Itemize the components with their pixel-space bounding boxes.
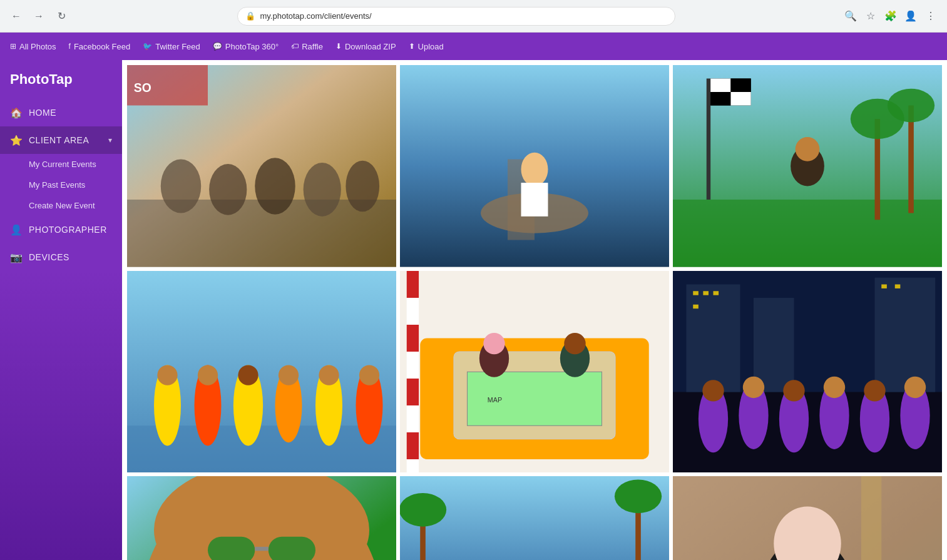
upload-icon: ⬆ <box>409 42 415 51</box>
svg-point-72 <box>783 380 804 401</box>
photo-item-3[interactable] <box>673 65 942 267</box>
nav-download-zip[interactable]: ⬇ Download ZIP <box>335 42 396 51</box>
app-container: ⊞ All Photos f Facebook Feed 🐦 Twitter F… <box>0 33 947 560</box>
download-icon: ⬇ <box>335 42 342 51</box>
photo-item-5[interactable]: MAP <box>400 271 669 473</box>
svg-point-41 <box>359 365 379 385</box>
photo-item-1[interactable]: SO <box>127 65 396 267</box>
photo-item-9[interactable] <box>673 476 942 560</box>
svg-rect-1 <box>127 200 396 267</box>
nav-twitter-label: Twitter Feed <box>155 42 200 51</box>
svg-rect-15 <box>673 200 942 267</box>
svg-rect-22 <box>710 79 730 93</box>
svg-point-48 <box>483 332 504 354</box>
svg-point-5 <box>304 163 341 216</box>
content-area: PhotoTap 🏠 HOME ⭐ CLIENT AREA ▾ My Curre… <box>0 60 947 560</box>
forward-button[interactable]: → <box>30 8 48 25</box>
svg-rect-23 <box>730 79 750 93</box>
svg-rect-60 <box>875 277 936 392</box>
svg-point-91 <box>615 479 662 513</box>
sidebar-item-home[interactable]: 🏠 HOME <box>0 99 122 126</box>
profile-button[interactable]: 👤 <box>902 8 919 25</box>
photo-grid: SO <box>127 65 942 560</box>
nav-raffle-label: Raffle <box>302 42 323 51</box>
photo-item-2[interactable] <box>400 65 669 267</box>
svg-point-37 <box>279 365 299 385</box>
bookmark-button[interactable]: ☆ <box>862 8 879 25</box>
sidebar-item-devices[interactable]: 📷 DEVICES <box>0 243 122 271</box>
sidebar-sub-create-new-event[interactable]: Create New Event <box>0 195 122 216</box>
menu-button[interactable]: ⋮ <box>922 8 939 25</box>
chevron-down-icon: ▾ <box>108 136 113 145</box>
zoom-button[interactable]: 🔍 <box>842 8 859 25</box>
sidebar-item-client-area[interactable]: ⭐ CLIENT AREA ▾ <box>0 126 122 154</box>
my-current-events-label: My Current Events <box>29 160 96 169</box>
sidebar-devices-label: DEVICES <box>29 252 69 262</box>
svg-point-12 <box>521 153 548 186</box>
url-text: my.phototap.com/client/events/ <box>260 11 372 21</box>
nav-upload-label: Upload <box>418 42 444 51</box>
lock-icon: 🔒 <box>245 11 255 21</box>
svg-rect-13 <box>521 183 548 216</box>
svg-point-78 <box>904 376 926 397</box>
svg-point-31 <box>157 365 177 385</box>
sidebar-sub-my-current-events[interactable]: My Current Events <box>0 154 122 175</box>
svg-rect-20 <box>707 79 710 200</box>
svg-point-50 <box>564 332 585 354</box>
sidebar-photographer-label: PHOTOGRAPHER <box>29 225 107 235</box>
sidebar-sub-my-past-events[interactable]: My Past Events <box>0 175 122 195</box>
svg-point-2 <box>161 160 202 213</box>
svg-point-27 <box>796 137 820 161</box>
tag-icon: 🏷 <box>291 42 299 51</box>
refresh-button[interactable]: ↻ <box>53 8 70 25</box>
nav-upload[interactable]: ⬆ Upload <box>409 42 444 51</box>
my-past-events-label: My Past Events <box>29 180 85 190</box>
svg-point-19 <box>888 89 934 123</box>
nav-facebook-feed[interactable]: f Facebook Feed <box>69 42 131 51</box>
sidebar-item-photographer[interactable]: 👤 PHOTOGRAPHER <box>0 216 122 243</box>
svg-rect-61 <box>693 291 699 295</box>
sidebar-background <box>0 271 122 560</box>
svg-point-74 <box>824 376 845 397</box>
nav-download-label: Download ZIP <box>345 42 396 51</box>
svg-rect-84 <box>255 547 269 551</box>
photo-item-4[interactable] <box>127 271 396 473</box>
svg-rect-54 <box>407 379 419 405</box>
svg-point-3 <box>209 164 247 215</box>
photo-item-8[interactable] <box>400 476 669 560</box>
svg-rect-66 <box>895 284 901 288</box>
nav-all-photos[interactable]: ⊞ All Photos <box>10 42 56 51</box>
browser-chrome: ← → ↻ 🔒 my.phototap.com/client/events/ 🔍… <box>0 0 947 33</box>
svg-rect-83 <box>269 537 315 560</box>
extensions-button[interactable]: 🧩 <box>882 8 899 25</box>
svg-rect-64 <box>693 304 699 308</box>
back-button[interactable]: ← <box>8 8 25 25</box>
address-bar[interactable]: 🔒 my.phototap.com/client/events/ <box>237 7 675 26</box>
nav-twitter-feed[interactable]: 🐦 Twitter Feed <box>143 42 200 51</box>
svg-rect-24 <box>710 92 730 106</box>
chat-icon: 💬 <box>213 42 222 51</box>
create-new-event-label: Create New Event <box>29 201 95 210</box>
facebook-icon: f <box>69 42 71 51</box>
svg-point-33 <box>198 365 218 385</box>
sidebar: PhotoTap 🏠 HOME ⭐ CLIENT AREA ▾ My Curre… <box>0 60 122 560</box>
photo-item-7[interactable] <box>127 476 396 560</box>
svg-point-39 <box>319 365 339 385</box>
grid-icon: ⊞ <box>10 42 16 51</box>
svg-rect-53 <box>407 325 419 352</box>
nav-raffle[interactable]: 🏷 Raffle <box>291 42 323 51</box>
top-nav: ⊞ All Photos f Facebook Feed 🐦 Twitter F… <box>0 33 947 60</box>
photo-item-6[interactable] <box>673 271 942 473</box>
browser-actions: 🔍 ☆ 🧩 👤 ⋮ <box>842 8 939 25</box>
svg-point-6 <box>346 161 379 212</box>
svg-rect-59 <box>754 298 794 392</box>
twitter-icon: 🐦 <box>143 42 152 51</box>
nav-phototap360-label: PhotoTap 360° <box>225 42 279 51</box>
nav-phototap360[interactable]: 💬 PhotoTap 360° <box>213 42 279 51</box>
svg-rect-82 <box>208 537 255 560</box>
camera-icon: 📷 <box>10 251 23 263</box>
person-icon: 👤 <box>10 223 23 236</box>
sidebar-logo: PhotoTap <box>0 60 122 99</box>
home-icon: 🏠 <box>10 106 23 119</box>
svg-point-70 <box>743 376 764 397</box>
